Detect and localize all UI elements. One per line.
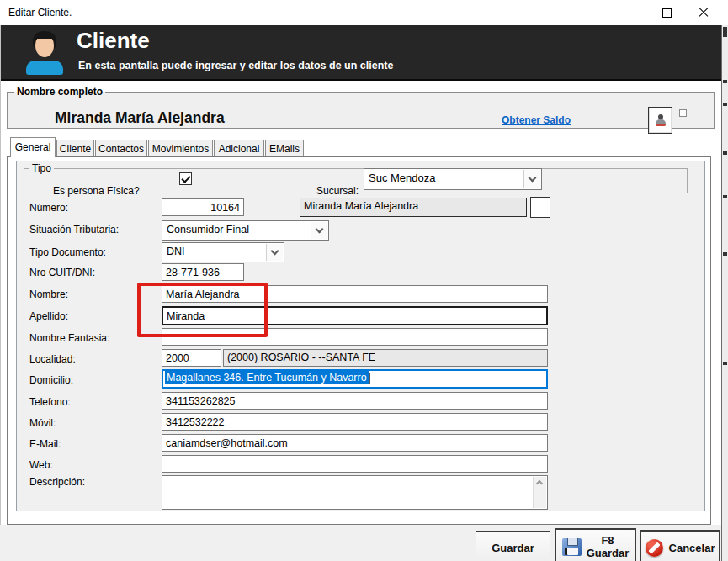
nombre-fantasia-label: Nombre Fantasia:	[29, 332, 109, 344]
tab-cliente[interactable]: Cliente	[56, 140, 94, 157]
tipo-documento-label: Tipo Documento:	[29, 246, 106, 258]
domicilio-label: Domicilio:	[29, 374, 73, 386]
codigo-postal-input[interactable]	[162, 349, 221, 367]
persona-fisica-checkbox[interactable]	[179, 172, 192, 185]
f8-guardar-button[interactable]: F8 Guardar	[555, 528, 636, 561]
scroll-up-icon	[536, 480, 543, 487]
person-icon	[656, 114, 666, 127]
tooltip-anchor-square	[679, 109, 687, 117]
numero-label: Número:	[29, 202, 68, 214]
header-subtitle: En esta pantalla puede ingresar y editar…	[78, 60, 393, 71]
sucursal-select[interactable]: Suc Mendoza	[364, 168, 542, 190]
guardar-button[interactable]: Guardar	[476, 531, 550, 561]
person-lookup-button[interactable]	[648, 107, 672, 134]
telefono-label: Telefono:	[29, 396, 71, 408]
localidad-field: (2000) ROSARIO - --SANTA FE	[223, 349, 548, 367]
apellido-label: Apellido:	[29, 310, 68, 322]
f8-label-line1: F8	[587, 534, 630, 547]
web-input[interactable]	[162, 455, 548, 473]
window-left-border	[0, 25, 1, 561]
domicilio-input[interactable]: Magallanes 346. Entre Tucumán y Navarro	[162, 369, 548, 389]
sucursal-dropdown-button[interactable]	[523, 170, 540, 188]
situacion-tributaria-select[interactable]: Consumidor Final	[162, 220, 329, 241]
close-icon	[698, 7, 709, 19]
chevron-down-icon	[271, 247, 279, 256]
cancelar-label: Cancelar	[669, 542, 715, 554]
tipo-documento-value: DNI	[167, 246, 185, 257]
obtener-saldo-link[interactable]: Obtener Saldo	[502, 114, 571, 126]
numero-input[interactable]	[162, 198, 244, 216]
sucursal-label: Sucursal:	[316, 185, 359, 197]
sucursal-value: Suc Mendoza	[369, 172, 436, 184]
cancelar-button[interactable]: Cancelar	[640, 530, 720, 561]
telefono-input[interactable]	[162, 392, 548, 410]
movil-label: Móvil:	[29, 417, 56, 429]
movil-input[interactable]	[162, 413, 548, 431]
full-name-group-label: Nombre completo	[14, 86, 105, 98]
window-title: Editar Cliente.	[8, 7, 72, 19]
tipo-groupbox: Tipo Es persona Física? Sucursal:	[24, 162, 688, 193]
email-label: E-Mail:	[29, 438, 61, 450]
guardar-label: Guardar	[492, 542, 534, 554]
situacion-tributaria-value: Consumidor Final	[167, 224, 249, 236]
tab-contactos[interactable]: Contactos	[95, 140, 147, 157]
chevron-down-icon	[316, 225, 324, 234]
maximize-icon	[662, 8, 672, 18]
tab-movimientos[interactable]: Movimientos	[148, 140, 213, 157]
persona-field: Miranda María Alejandra	[300, 198, 527, 217]
localidad-label: Localidad:	[29, 353, 76, 365]
tab-general[interactable]: General	[10, 137, 56, 157]
tab-emails[interactable]: EMails	[265, 140, 304, 157]
text-caret	[369, 373, 370, 384]
maximize-button[interactable]	[647, 0, 686, 25]
f8-label-line2: Guardar	[587, 547, 630, 559]
tab-adicional[interactable]: Adicional	[214, 140, 264, 157]
descripcion-label: Descripción:	[29, 476, 85, 488]
client-avatar-icon	[25, 31, 64, 75]
situacion-tributaria-label: Situación Tributaria:	[29, 224, 119, 236]
situacion-dropdown-button[interactable]	[311, 222, 327, 239]
edit-client-dialog: Editar Cliente. Cliente En esta pantalla…	[0, 0, 728, 561]
minimize-button[interactable]	[608, 0, 647, 25]
background-window-edge	[721, 25, 728, 561]
email-input[interactable]	[162, 434, 548, 452]
domicilio-selected-text: Magallanes 346. Entre Tucumán y Navarro	[165, 371, 369, 384]
descripcion-scrollbar[interactable]	[533, 477, 546, 508]
close-button[interactable]	[684, 0, 723, 25]
tipo-documento-select[interactable]: DNI	[162, 242, 284, 262]
web-label: Web:	[29, 459, 53, 471]
window-titlebar: Editar Cliente.	[0, 0, 728, 25]
chevron-down-icon	[529, 174, 537, 183]
persona-fisica-label: Es persona Física?	[53, 185, 140, 197]
full-name-groupbox: Nombre completo Miranda María Alejandra …	[7, 86, 715, 129]
persona-browse-button[interactable]	[530, 197, 550, 218]
tipo-documento-dropdown-button[interactable]	[266, 244, 283, 261]
floppy-disk-icon	[562, 538, 582, 556]
cuit-dni-label: Nro CUIT/DNI:	[29, 267, 95, 278]
descripcion-textarea[interactable]	[162, 475, 548, 510]
client-full-name: Miranda María Alejandra	[55, 109, 225, 127]
nombre-label: Nombre:	[29, 288, 68, 300]
red-highlight-annotation	[137, 283, 268, 337]
tipo-group-label: Tipo	[29, 162, 54, 174]
cuit-dni-input[interactable]	[162, 263, 244, 281]
minimize-icon	[624, 13, 633, 13]
dialog-header: Cliente En esta pantalla puede ingresar …	[0, 25, 721, 81]
cancel-prohibition-icon	[646, 539, 663, 557]
header-title: Cliente	[77, 28, 150, 54]
